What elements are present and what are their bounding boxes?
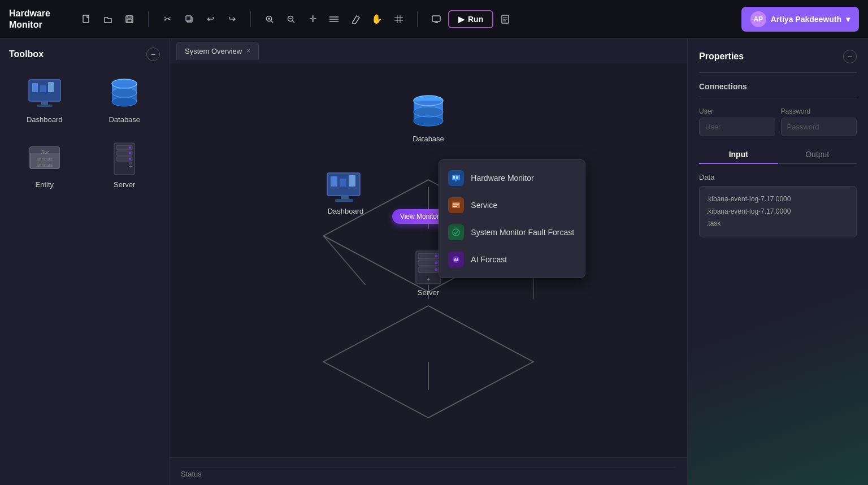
undo-button[interactable]: ↩ bbox=[201, 10, 220, 29]
toolbox-entity-label: Entity bbox=[35, 180, 54, 189]
svg-text:attribute: attribute bbox=[36, 157, 53, 162]
run-label: Run bbox=[468, 15, 483, 24]
entity-icon: Text attribute attribute bbox=[25, 142, 64, 176]
database-icon bbox=[105, 77, 144, 111]
svg-point-46 bbox=[129, 152, 131, 154]
zoom-out-button[interactable] bbox=[281, 10, 301, 29]
tab-input[interactable]: Input bbox=[699, 145, 778, 163]
user-menu-button[interactable]: AP Artiya Pakdeewuth ▾ bbox=[741, 7, 859, 32]
crosshair-button[interactable]: ✛ bbox=[303, 10, 322, 29]
svg-rect-69 bbox=[341, 196, 349, 199]
svg-rect-24 bbox=[41, 101, 48, 105]
password-field: Password bbox=[781, 107, 857, 136]
tool-item-server[interactable]: + ≡ Server bbox=[89, 137, 160, 193]
data-label: Data bbox=[699, 173, 857, 181]
svg-rect-83 bbox=[452, 202, 460, 208]
context-menu: Hardware Monitor Service bbox=[439, 159, 585, 278]
context-menu-service[interactable]: Service bbox=[439, 192, 585, 219]
properties-close-button[interactable]: − bbox=[843, 50, 857, 63]
context-menu-ai-forcast[interactable]: AI AI Forcast bbox=[439, 246, 585, 273]
svg-point-76 bbox=[435, 262, 438, 265]
svg-rect-81 bbox=[456, 176, 458, 179]
svg-point-45 bbox=[129, 146, 131, 149]
svg-rect-67 bbox=[340, 179, 346, 187]
system-monitor-menu-icon bbox=[448, 224, 464, 240]
dropdown-icon: ▾ bbox=[846, 15, 850, 24]
redo-button[interactable]: ↪ bbox=[222, 10, 241, 29]
toolbox-grid: Dashboard bbox=[9, 72, 160, 193]
dashboard-icon bbox=[25, 77, 64, 111]
tool-item-database[interactable]: Database bbox=[89, 72, 160, 128]
properties-header: Properties − bbox=[699, 50, 857, 63]
toolbar-edit-group: ✂ ↩ ↪ bbox=[158, 10, 241, 29]
properties-tabs: Input Output bbox=[699, 145, 857, 164]
tab-output[interactable]: Output bbox=[778, 145, 857, 163]
toolbar-file-group bbox=[77, 10, 139, 29]
cut-button[interactable]: ✂ bbox=[158, 10, 177, 29]
new-button[interactable] bbox=[77, 10, 96, 29]
svg-text:attribute: attribute bbox=[36, 163, 53, 168]
svg-rect-82 bbox=[455, 180, 457, 181]
erase-button[interactable] bbox=[346, 10, 365, 29]
data-line-3: .task bbox=[706, 218, 849, 230]
database-node: Database bbox=[408, 92, 449, 143]
user-input[interactable] bbox=[699, 118, 775, 136]
user-label: User bbox=[699, 107, 775, 115]
user-field: User bbox=[699, 107, 775, 136]
properties-divider-2 bbox=[699, 98, 857, 98]
toolbox-title: Toolbox bbox=[9, 49, 44, 59]
main-layout: Toolbox − bbox=[0, 38, 868, 485]
svg-point-47 bbox=[129, 158, 131, 160]
hand-button[interactable]: ✋ bbox=[367, 10, 387, 29]
data-box: .kibana-event-log-7.17.0000 .kibana-even… bbox=[699, 186, 857, 237]
credentials-form-row: User Password bbox=[699, 107, 857, 136]
tool-item-dashboard[interactable]: Dashboard bbox=[9, 72, 80, 128]
svg-rect-0 bbox=[83, 15, 89, 23]
server-node-label: Server bbox=[418, 288, 439, 297]
svg-rect-68 bbox=[349, 175, 355, 187]
status-bar: Status bbox=[170, 457, 687, 485]
doc-button[interactable] bbox=[496, 10, 515, 29]
svg-rect-5 bbox=[186, 16, 191, 21]
user-avatar: AP bbox=[750, 11, 766, 27]
copy-button[interactable] bbox=[179, 10, 198, 29]
connections-title: Connections bbox=[699, 82, 857, 91]
hardware-monitor-menu-label: Hardware Monitor bbox=[471, 174, 533, 183]
service-menu-icon bbox=[448, 197, 464, 213]
svg-point-77 bbox=[435, 269, 438, 271]
context-menu-system-monitor[interactable]: System Monitor Fault Forcast bbox=[439, 219, 585, 246]
toolbox-close-button[interactable]: − bbox=[146, 47, 160, 61]
tab-bar: System Overview × bbox=[170, 38, 687, 63]
run-button[interactable]: ▶ Run bbox=[448, 10, 493, 28]
zoom-in-button[interactable] bbox=[260, 10, 279, 29]
canvas[interactable]: Database Dashboard bbox=[170, 63, 687, 457]
dashboard-node[interactable]: Dashboard bbox=[325, 171, 366, 215]
context-menu-hardware-monitor[interactable]: Hardware Monitor bbox=[439, 164, 585, 192]
tab-close-button[interactable]: × bbox=[246, 47, 250, 55]
svg-rect-70 bbox=[335, 199, 353, 202]
save-button[interactable] bbox=[120, 10, 139, 29]
tab-label: System Overview bbox=[185, 47, 242, 55]
svg-rect-15 bbox=[432, 16, 440, 21]
tool-item-entity[interactable]: Text attribute attribute Entity bbox=[9, 137, 80, 193]
toolbar-view-group: ✛ ✋ bbox=[260, 10, 408, 29]
svg-line-55 bbox=[323, 236, 365, 285]
open-button[interactable] bbox=[98, 10, 118, 29]
user-name: Artiya Pakdeewuth bbox=[771, 15, 841, 24]
grid-button[interactable] bbox=[389, 10, 408, 29]
svg-text:+: + bbox=[427, 276, 430, 283]
align-button[interactable] bbox=[324, 10, 344, 29]
svg-point-75 bbox=[435, 255, 438, 258]
svg-rect-80 bbox=[453, 176, 455, 179]
svg-text:AI: AI bbox=[454, 257, 458, 262]
database-node-label: Database bbox=[413, 135, 444, 143]
svg-rect-84 bbox=[453, 203, 459, 205]
toolbox-panel: Toolbox − bbox=[0, 38, 170, 485]
toolbar-divider-2 bbox=[250, 11, 251, 27]
screen-button[interactable] bbox=[427, 10, 446, 29]
password-input[interactable] bbox=[781, 118, 857, 136]
properties-divider-1 bbox=[699, 72, 857, 73]
tab-system-overview[interactable]: System Overview × bbox=[176, 42, 259, 60]
svg-rect-21 bbox=[32, 83, 38, 92]
data-line-2: .kibana-event-log-7.17.0000 bbox=[706, 206, 849, 218]
